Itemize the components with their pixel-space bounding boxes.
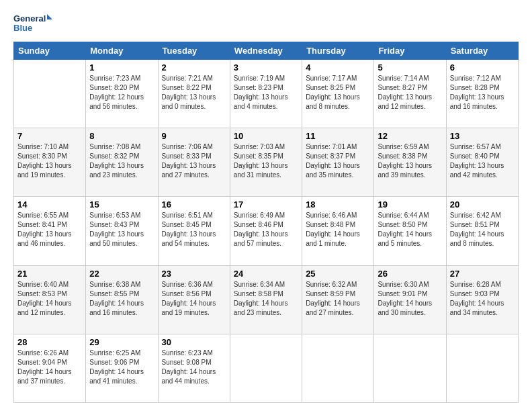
calendar-cell: 21Sunrise: 6:40 AM Sunset: 8:53 PM Dayli… bbox=[14, 265, 86, 334]
day-number: 23 bbox=[162, 269, 226, 279]
calendar-cell: 14Sunrise: 6:55 AM Sunset: 8:41 PM Dayli… bbox=[14, 197, 86, 265]
day-info: Sunrise: 6:32 AM Sunset: 8:59 PM Dayligh… bbox=[306, 280, 370, 318]
day-number: 13 bbox=[450, 131, 515, 141]
day-number: 14 bbox=[17, 199, 82, 210]
day-info: Sunrise: 6:55 AM Sunset: 8:41 PM Dayligh… bbox=[17, 211, 82, 248]
calendar-cell: 8Sunrise: 7:08 AM Sunset: 8:32 PM Daylig… bbox=[86, 128, 158, 197]
day-info: Sunrise: 6:57 AM Sunset: 8:40 PM Dayligh… bbox=[450, 142, 515, 180]
day-info: Sunrise: 6:46 AM Sunset: 8:48 PM Dayligh… bbox=[306, 211, 370, 248]
page: General Blue SundayMondayTuesdayWednesda… bbox=[0, 0, 532, 411]
svg-text:Blue: Blue bbox=[13, 23, 32, 33]
calendar-cell: 5Sunrise: 7:14 AM Sunset: 8:27 PM Daylig… bbox=[374, 60, 446, 128]
day-number: 8 bbox=[89, 131, 154, 141]
day-number: 7 bbox=[17, 131, 82, 141]
day-number: 5 bbox=[378, 62, 442, 73]
calendar-cell bbox=[302, 334, 374, 402]
day-header-thursday: Thursday bbox=[302, 42, 374, 60]
day-number: 19 bbox=[378, 199, 442, 210]
day-info: Sunrise: 6:49 AM Sunset: 8:46 PM Dayligh… bbox=[234, 211, 298, 248]
calendar-cell: 25Sunrise: 6:32 AM Sunset: 8:59 PM Dayli… bbox=[302, 265, 374, 334]
day-number: 15 bbox=[89, 199, 154, 210]
calendar-cell: 10Sunrise: 7:03 AM Sunset: 8:35 PM Dayli… bbox=[230, 128, 302, 197]
calendar-cell: 27Sunrise: 6:28 AM Sunset: 9:03 PM Dayli… bbox=[446, 265, 518, 334]
day-number: 3 bbox=[234, 62, 298, 73]
day-number: 20 bbox=[450, 199, 515, 210]
day-number: 24 bbox=[234, 269, 298, 279]
svg-marker-2 bbox=[47, 14, 52, 19]
day-info: Sunrise: 7:03 AM Sunset: 8:35 PM Dayligh… bbox=[234, 142, 298, 180]
day-header-wednesday: Wednesday bbox=[230, 42, 302, 60]
calendar-cell: 20Sunrise: 6:42 AM Sunset: 8:51 PM Dayli… bbox=[446, 197, 518, 265]
day-info: Sunrise: 7:12 AM Sunset: 8:28 PM Dayligh… bbox=[450, 74, 515, 111]
day-info: Sunrise: 6:40 AM Sunset: 8:53 PM Dayligh… bbox=[17, 280, 82, 318]
day-number: 25 bbox=[306, 269, 370, 279]
day-info: Sunrise: 7:19 AM Sunset: 8:23 PM Dayligh… bbox=[234, 74, 298, 111]
calendar-cell: 17Sunrise: 6:49 AM Sunset: 8:46 PM Dayli… bbox=[230, 197, 302, 265]
day-info: Sunrise: 7:01 AM Sunset: 8:37 PM Dayligh… bbox=[306, 142, 370, 180]
calendar-cell: 6Sunrise: 7:12 AM Sunset: 8:28 PM Daylig… bbox=[446, 60, 518, 128]
calendar-cell bbox=[230, 334, 302, 402]
week-row-4: 21Sunrise: 6:40 AM Sunset: 8:53 PM Dayli… bbox=[14, 265, 519, 334]
week-row-2: 7Sunrise: 7:10 AM Sunset: 8:30 PM Daylig… bbox=[14, 128, 519, 197]
calendar-cell: 24Sunrise: 6:34 AM Sunset: 8:58 PM Dayli… bbox=[230, 265, 302, 334]
day-info: Sunrise: 6:53 AM Sunset: 8:43 PM Dayligh… bbox=[89, 211, 154, 248]
day-number: 10 bbox=[234, 131, 298, 141]
day-info: Sunrise: 6:26 AM Sunset: 9:04 PM Dayligh… bbox=[17, 349, 82, 386]
calendar-cell: 26Sunrise: 6:30 AM Sunset: 9:01 PM Dayli… bbox=[374, 265, 446, 334]
day-header-monday: Monday bbox=[86, 42, 158, 60]
day-info: Sunrise: 7:08 AM Sunset: 8:32 PM Dayligh… bbox=[89, 142, 154, 180]
day-number: 29 bbox=[89, 337, 154, 347]
calendar-cell: 18Sunrise: 6:46 AM Sunset: 8:48 PM Dayli… bbox=[302, 197, 374, 265]
day-number: 9 bbox=[162, 131, 226, 141]
calendar-cell: 2Sunrise: 7:21 AM Sunset: 8:22 PM Daylig… bbox=[158, 60, 230, 128]
svg-text:General: General bbox=[13, 13, 46, 24]
header: General Blue bbox=[13, 11, 519, 35]
logo-svg: General Blue bbox=[13, 11, 54, 35]
calendar-cell: 15Sunrise: 6:53 AM Sunset: 8:43 PM Dayli… bbox=[86, 197, 158, 265]
calendar-cell: 23Sunrise: 6:36 AM Sunset: 8:56 PM Dayli… bbox=[158, 265, 230, 334]
day-number: 2 bbox=[162, 62, 226, 73]
day-number: 27 bbox=[450, 269, 515, 279]
calendar-cell: 30Sunrise: 6:23 AM Sunset: 9:08 PM Dayli… bbox=[158, 334, 230, 402]
day-number: 6 bbox=[450, 62, 515, 73]
day-number: 18 bbox=[306, 199, 370, 210]
day-header-saturday: Saturday bbox=[446, 42, 518, 60]
calendar-cell: 4Sunrise: 7:17 AM Sunset: 8:25 PM Daylig… bbox=[302, 60, 374, 128]
day-info: Sunrise: 6:34 AM Sunset: 8:58 PM Dayligh… bbox=[234, 280, 298, 318]
calendar-cell bbox=[374, 334, 446, 402]
week-row-3: 14Sunrise: 6:55 AM Sunset: 8:41 PM Dayli… bbox=[14, 197, 519, 265]
logo: General Blue bbox=[13, 11, 54, 35]
day-info: Sunrise: 7:06 AM Sunset: 8:33 PM Dayligh… bbox=[162, 142, 226, 180]
day-header-tuesday: Tuesday bbox=[158, 42, 230, 60]
day-number: 30 bbox=[162, 337, 226, 347]
day-number: 17 bbox=[234, 199, 298, 210]
calendar-cell: 11Sunrise: 7:01 AM Sunset: 8:37 PM Dayli… bbox=[302, 128, 374, 197]
day-info: Sunrise: 7:23 AM Sunset: 8:20 PM Dayligh… bbox=[89, 74, 154, 111]
day-info: Sunrise: 6:51 AM Sunset: 8:45 PM Dayligh… bbox=[162, 211, 226, 248]
day-number: 1 bbox=[89, 62, 154, 73]
day-info: Sunrise: 6:38 AM Sunset: 8:55 PM Dayligh… bbox=[89, 280, 154, 318]
calendar-cell: 3Sunrise: 7:19 AM Sunset: 8:23 PM Daylig… bbox=[230, 60, 302, 128]
calendar-cell: 13Sunrise: 6:57 AM Sunset: 8:40 PM Dayli… bbox=[446, 128, 518, 197]
day-info: Sunrise: 6:36 AM Sunset: 8:56 PM Dayligh… bbox=[162, 280, 226, 318]
header-row: SundayMondayTuesdayWednesdayThursdayFrid… bbox=[14, 42, 519, 60]
day-number: 16 bbox=[162, 199, 226, 210]
day-number: 4 bbox=[306, 62, 370, 73]
day-info: Sunrise: 6:59 AM Sunset: 8:38 PM Dayligh… bbox=[378, 142, 442, 180]
day-info: Sunrise: 6:30 AM Sunset: 9:01 PM Dayligh… bbox=[378, 280, 442, 318]
calendar-table: SundayMondayTuesdayWednesdayThursdayFrid… bbox=[13, 42, 519, 403]
day-number: 26 bbox=[378, 269, 442, 279]
day-info: Sunrise: 6:25 AM Sunset: 9:06 PM Dayligh… bbox=[89, 349, 154, 386]
calendar-cell: 28Sunrise: 6:26 AM Sunset: 9:04 PM Dayli… bbox=[14, 334, 86, 402]
calendar-cell bbox=[14, 60, 86, 128]
day-info: Sunrise: 7:14 AM Sunset: 8:27 PM Dayligh… bbox=[378, 74, 442, 111]
day-header-sunday: Sunday bbox=[14, 42, 86, 60]
calendar-cell: 1Sunrise: 7:23 AM Sunset: 8:20 PM Daylig… bbox=[86, 60, 158, 128]
calendar-cell bbox=[446, 334, 518, 402]
day-number: 11 bbox=[306, 131, 370, 141]
day-info: Sunrise: 6:44 AM Sunset: 8:50 PM Dayligh… bbox=[378, 211, 442, 248]
day-number: 21 bbox=[17, 269, 82, 279]
day-info: Sunrise: 7:17 AM Sunset: 8:25 PM Dayligh… bbox=[306, 74, 370, 111]
day-info: Sunrise: 7:21 AM Sunset: 8:22 PM Dayligh… bbox=[162, 74, 226, 111]
day-number: 28 bbox=[17, 337, 82, 347]
